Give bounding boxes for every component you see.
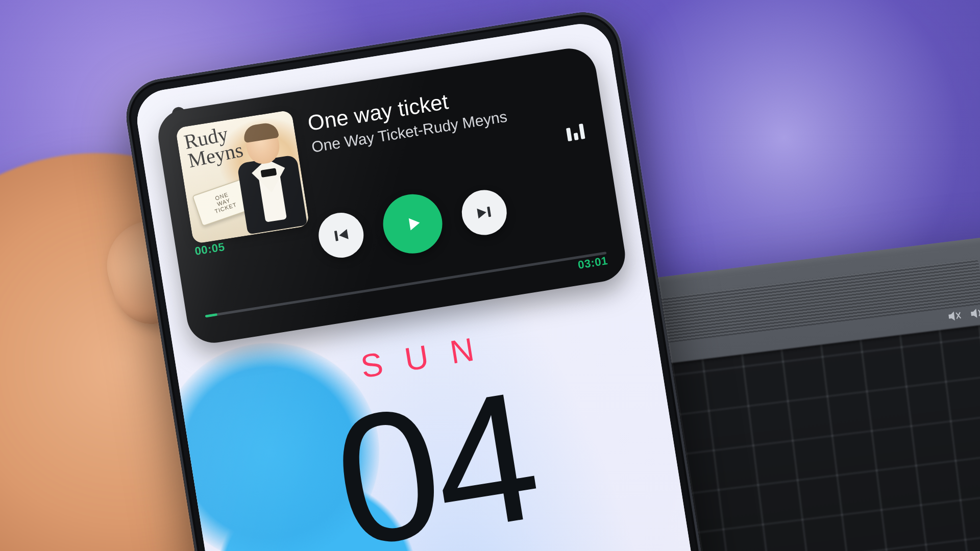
equalizer-icon[interactable] (566, 123, 585, 141)
scene-background: Rudy Meyns ONE WAY TICKET (0, 0, 980, 551)
play-button[interactable] (379, 190, 447, 258)
phone-screen[interactable]: Rudy Meyns ONE WAY TICKET (133, 19, 735, 551)
phone-frame: Rudy Meyns ONE WAY TICKET (121, 7, 747, 551)
album-person-illustration (220, 120, 310, 237)
album-art[interactable]: Rudy Meyns ONE WAY TICKET (175, 110, 309, 244)
speaker-mute-icon (947, 310, 963, 324)
next-button[interactable] (458, 187, 510, 238)
svg-rect-1 (487, 207, 491, 217)
speaker-volume-icon (969, 307, 980, 321)
previous-button[interactable] (315, 210, 367, 261)
svg-rect-0 (334, 231, 338, 241)
